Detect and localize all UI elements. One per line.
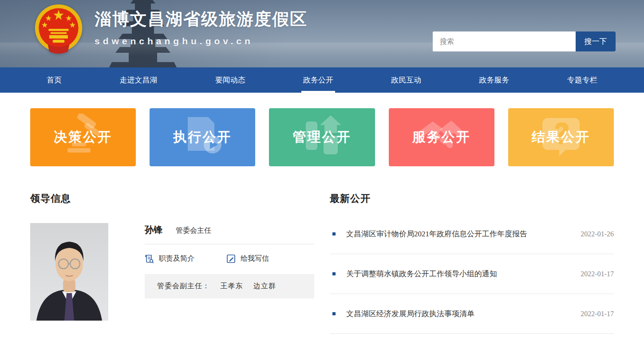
duty-profile-icon [145, 254, 154, 263]
nav-item-news[interactable]: 要闻动态 [211, 67, 250, 93]
nav-item-services[interactable]: 政务服务 [475, 67, 514, 93]
duty-profile-link[interactable]: 职责及简介 [145, 254, 194, 263]
article-date: 2022-01-26 [581, 230, 614, 238]
nav-item-about[interactable]: 走进文昌湖 [115, 67, 162, 93]
bullet-square-icon [332, 232, 336, 235]
site-logo[interactable]: 淄博文昌湖省级旅游度假区 sdwenchanghu.gov.cn [33, 3, 308, 55]
list-item: 关于调整萌水镇政务公开工作领导小组的通知 2022-01-17 [330, 254, 614, 294]
list-item: 文昌湖区经济发展局行政执法事项清单 2022-01-17 [330, 294, 614, 334]
write-letter-link[interactable]: 给我写信 [226, 254, 269, 263]
main-nav: 首页 走进文昌湖 要闻动态 政务公开 政民互动 政务服务 专题专栏 [0, 67, 644, 93]
tile-label: 服务公开 [412, 128, 471, 146]
tile-execution-disclosure[interactable]: 执行公开 [150, 108, 255, 166]
disclosure-tiles: 决策公开 执行公开 管理公开 [30, 108, 614, 166]
bullet-square-icon [332, 272, 336, 275]
leader-info-section: 领导信息 [30, 192, 314, 334]
site-title: 淄博文昌湖省级旅游度假区 [95, 8, 308, 31]
search-area: 搜一下 [433, 31, 616, 51]
tile-label: 决策公开 [54, 128, 112, 146]
deputy-name[interactable]: 王孝东 [220, 282, 243, 290]
write-letter-label: 给我写信 [241, 254, 269, 263]
leader-title: 管委会主任 [176, 226, 211, 235]
leader-name[interactable]: 孙锋 [145, 224, 162, 236]
nav-item-home[interactable]: 首页 [42, 67, 66, 93]
main-content: 领导信息 [30, 192, 614, 334]
deputy-directors-box: 管委会副主任： 王孝东 边立群 [145, 274, 314, 298]
leader-body: 孙锋 管委会主任 职责及简介 [30, 223, 314, 321]
article-date: 2022-01-17 [581, 310, 614, 318]
write-letter-icon [226, 254, 236, 263]
leader-name-row: 孙锋 管委会主任 [145, 224, 314, 244]
leader-links-row: 职责及简介 给我写信 [145, 244, 314, 274]
latest-section-heading: 最新公开 [330, 192, 614, 205]
nav-item-special-columns[interactable]: 专题专栏 [563, 67, 602, 93]
tile-management-disclosure[interactable]: 管理公开 [269, 108, 375, 166]
duty-profile-label: 职责及简介 [159, 254, 194, 263]
article-link[interactable]: 关于调整萌水镇政务公开工作领导小组的通知 [346, 269, 572, 279]
deputy-name[interactable]: 边立群 [253, 282, 276, 290]
leader-info-panel: 孙锋 管委会主任 职责及简介 [145, 223, 314, 321]
list-item: 文昌湖区审计物价局2021年政府信息公开工作年度报告 2022-01-26 [330, 214, 614, 254]
tile-label: 结果公开 [532, 128, 590, 146]
leader-section-heading: 领导信息 [30, 192, 314, 205]
tile-service-disclosure[interactable]: 服务公开 [389, 108, 494, 166]
article-date: 2022-01-17 [581, 270, 614, 278]
site-title-block: 淄博文昌湖省级旅游度假区 sdwenchanghu.gov.cn [95, 3, 308, 47]
article-link[interactable]: 文昌湖区经济发展局行政执法事项清单 [346, 309, 572, 319]
nav-item-interaction[interactable]: 政民互动 [387, 67, 426, 93]
tile-label: 管理公开 [293, 128, 352, 146]
latest-list: 文昌湖区审计物价局2021年政府信息公开工作年度报告 2022-01-26 关于… [330, 214, 614, 334]
article-link[interactable]: 文昌湖区审计物价局2021年政府信息公开工作年度报告 [346, 229, 572, 239]
search-input[interactable] [433, 31, 576, 51]
nav-item-gov-disclosure[interactable]: 政务公开 [299, 67, 338, 93]
national-emblem-icon [33, 3, 84, 55]
site-header: 淄博文昌湖省级旅游度假区 sdwenchanghu.gov.cn 搜一下 [0, 0, 644, 67]
deputy-label: 管委会副主任： [157, 282, 210, 290]
tile-decision-disclosure[interactable]: 决策公开 [30, 108, 136, 166]
search-button[interactable]: 搜一下 [576, 31, 616, 51]
site-domain: sdwenchanghu.gov.cn [95, 36, 308, 47]
tile-label: 执行公开 [173, 128, 232, 146]
bullet-square-icon [332, 312, 336, 315]
leader-portrait-photo[interactable] [30, 223, 108, 321]
latest-disclosure-section: 最新公开 文昌湖区审计物价局2021年政府信息公开工作年度报告 2022-01-… [330, 192, 614, 334]
tile-results-disclosure[interactable]: 结果公开 [508, 108, 614, 166]
